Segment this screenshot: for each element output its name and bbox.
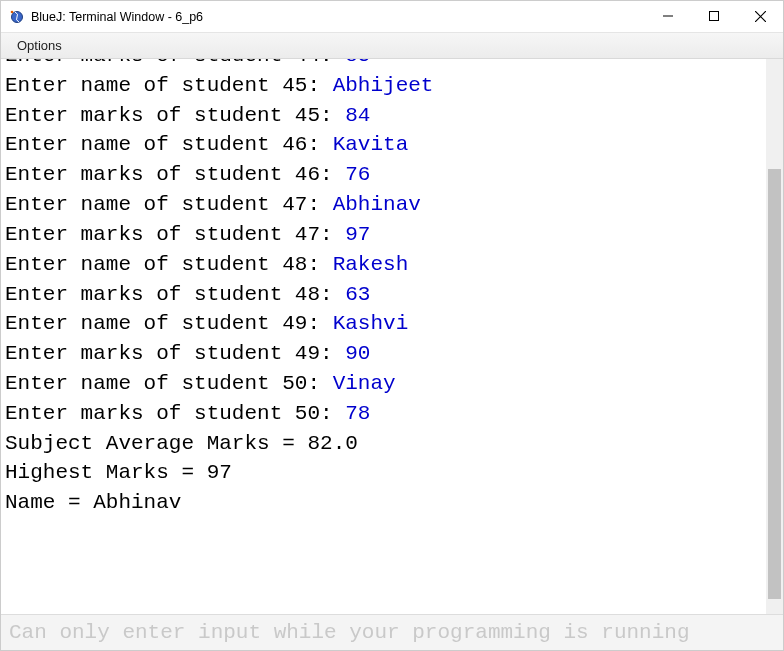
terminal-line: Enter marks of student 46: 76 bbox=[5, 160, 779, 190]
terminal-line: Enter name of student 47: Abhinav bbox=[5, 190, 779, 220]
vertical-scrollbar[interactable] bbox=[766, 59, 783, 614]
user-input-value: Kashvi bbox=[333, 312, 409, 335]
prompt-text: Enter marks of student 44: bbox=[5, 59, 345, 67]
maximize-button[interactable] bbox=[691, 1, 737, 31]
user-input-value: 97 bbox=[345, 223, 370, 246]
user-input-value: Rakesh bbox=[333, 253, 409, 276]
terminal-line: Enter name of student 48: Rakesh bbox=[5, 250, 779, 280]
terminal-line: Highest Marks = 97 bbox=[5, 458, 779, 488]
terminal-line: Subject Average Marks = 82.0 bbox=[5, 429, 779, 459]
terminal-line: Enter marks of student 50: 78 bbox=[5, 399, 779, 429]
prompt-text: Name = Abhinav bbox=[5, 491, 181, 514]
window-controls bbox=[645, 1, 783, 32]
scrollbar-thumb[interactable] bbox=[768, 169, 781, 599]
terminal-line: Enter marks of student 47: 97 bbox=[5, 220, 779, 250]
svg-point-1 bbox=[11, 10, 14, 13]
terminal-line: Enter marks of student 45: 84 bbox=[5, 101, 779, 131]
prompt-text: Enter name of student 46: bbox=[5, 133, 333, 156]
user-input-value: 90 bbox=[345, 342, 370, 365]
prompt-text: Enter marks of student 50: bbox=[5, 402, 345, 425]
user-input-value: 78 bbox=[345, 402, 370, 425]
prompt-text: Enter marks of student 46: bbox=[5, 163, 345, 186]
terminal-line: Enter name of student 45: Abhijeet bbox=[5, 71, 779, 101]
user-input-value: 84 bbox=[345, 104, 370, 127]
svg-rect-2 bbox=[710, 12, 719, 21]
window-title: BlueJ: Terminal Window - 6_p6 bbox=[31, 10, 645, 24]
prompt-text: Enter name of student 48: bbox=[5, 253, 333, 276]
status-text: Can only enter input while your programm… bbox=[9, 621, 690, 644]
prompt-text: Enter name of student 45: bbox=[5, 74, 333, 97]
prompt-text: Enter name of student 49: bbox=[5, 312, 333, 335]
user-input-value: Kavita bbox=[333, 133, 409, 156]
user-input-value: Abhijeet bbox=[333, 74, 434, 97]
bluej-app-icon bbox=[9, 9, 25, 25]
minimize-button[interactable] bbox=[645, 1, 691, 31]
prompt-text: Subject Average Marks = 82.0 bbox=[5, 432, 358, 455]
prompt-text: Enter name of student 50: bbox=[5, 372, 333, 395]
terminal-output[interactable]: Enter marks of student 44: 85Enter name … bbox=[1, 59, 783, 614]
prompt-text: Enter marks of student 47: bbox=[5, 223, 345, 246]
user-input-value: Abhinav bbox=[333, 193, 421, 216]
terminal-line: Enter marks of student 49: 90 bbox=[5, 339, 779, 369]
terminal-line: Enter name of student 46: Kavita bbox=[5, 130, 779, 160]
terminal-line: Enter marks of student 48: 63 bbox=[5, 280, 779, 310]
user-input-value: 63 bbox=[345, 283, 370, 306]
status-bar: Can only enter input while your programm… bbox=[1, 614, 783, 650]
titlebar: BlueJ: Terminal Window - 6_p6 bbox=[1, 1, 783, 33]
terminal-line: Enter name of student 49: Kashvi bbox=[5, 309, 779, 339]
prompt-text: Highest Marks = 97 bbox=[5, 461, 232, 484]
terminal-line: Enter name of student 50: Vinay bbox=[5, 369, 779, 399]
menu-options[interactable]: Options bbox=[9, 35, 70, 56]
prompt-text: Enter marks of student 48: bbox=[5, 283, 345, 306]
user-input-value: 85 bbox=[345, 59, 370, 67]
prompt-text: Enter marks of student 49: bbox=[5, 342, 345, 365]
prompt-text: Enter marks of student 45: bbox=[5, 104, 345, 127]
terminal-line: Enter marks of student 44: 85 bbox=[5, 59, 779, 71]
user-input-value: Vinay bbox=[333, 372, 396, 395]
menubar: Options bbox=[1, 33, 783, 59]
prompt-text: Enter name of student 47: bbox=[5, 193, 333, 216]
user-input-value: 76 bbox=[345, 163, 370, 186]
terminal-line: Name = Abhinav bbox=[5, 488, 779, 518]
close-button[interactable] bbox=[737, 1, 783, 31]
